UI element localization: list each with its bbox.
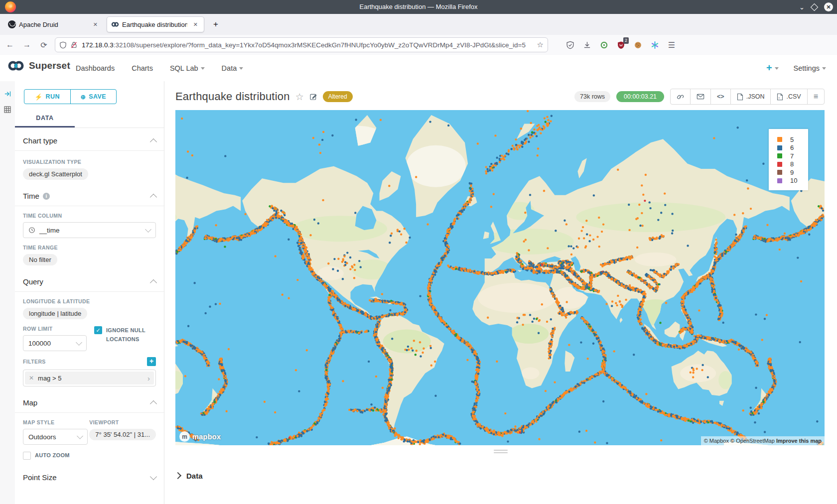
downloads-icon[interactable] [582,40,592,50]
url-field[interactable]: 172.18.0.3:32108/superset/explore/?form_… [55,37,548,52]
nav-data[interactable]: Data [222,64,244,72]
chart-title: Earthquake distribution [175,90,290,103]
adblock-shield-icon[interactable]: 2 [616,40,626,50]
bookmark-star-icon[interactable]: ☆ [537,40,544,49]
edit-properties-icon[interactable] [309,93,317,101]
chevron-up-icon [150,279,157,286]
browser-menu-icon[interactable]: ☰ [667,40,677,50]
deckgl-scatterplot-map[interactable]: 5 6 7 8 9 10 m mapbox © Mapbox © OpenStr… [175,110,825,445]
section-point-size[interactable]: Point Size [15,460,164,487]
export-json-button[interactable]: .JSON [730,89,771,104]
reload-button[interactable]: ⟳ [37,38,51,52]
window-close-icon[interactable]: ✕ [824,2,833,11]
extension-asterisk-icon[interactable] [650,40,660,50]
favorite-star-icon[interactable]: ☆ [295,91,304,103]
embed-code-icon[interactable]: <> [710,89,730,104]
time-column-label: TIME COLUMN [23,213,156,219]
lonlat-value[interactable]: longitude | latitude [23,308,87,319]
legend-swatch [777,153,782,158]
new-tab-button[interactable]: + [209,18,222,31]
tab-close-icon[interactable]: ✕ [91,20,100,29]
improve-map-link[interactable]: Improve this map [776,438,822,444]
viewport-label: VIEWPORT [89,419,156,425]
data-panel-header[interactable]: Data [175,466,203,486]
mapbox-attribution-link[interactable]: © Mapbox [704,438,729,444]
section-map[interactable]: Map [15,386,164,412]
dataset-grid-icon[interactable] [0,103,15,116]
section-chart-type[interactable]: Chart type [15,128,164,150]
remove-filter-icon[interactable]: ✕ [29,375,34,381]
superset-brand[interactable]: Superset [7,60,70,72]
expand-dataset-panel-icon[interactable] [0,87,15,100]
settings-menu[interactable]: Settings [794,64,826,72]
open-filter-icon[interactable]: › [147,374,150,382]
map-attribution: © Mapbox © OpenStreetMap Improve this ma… [701,436,825,445]
browser-tab-earthquake-distribution[interactable]: Earthquake distribution ✕ [107,16,204,32]
section-query[interactable]: Query [15,265,164,291]
save-button[interactable]: ⊕SAVE [70,90,117,104]
tab-close-icon[interactable]: ✕ [191,20,200,29]
time-column-select[interactable]: __time [23,222,156,238]
lightning-icon: ⚡ [35,93,43,101]
email-icon[interactable] [690,89,710,104]
add-filter-button[interactable]: + [147,357,156,366]
share-link-icon[interactable] [671,89,690,104]
nav-sql-lab[interactable]: SQL Lab [170,64,205,72]
filters-label: FILTERS [23,359,46,365]
row-limit-select[interactable]: 100000 [23,335,87,351]
time-range-value[interactable]: No filter [23,254,57,265]
superset-navbar: Superset Dashboards Charts SQL Lab Data … [0,55,837,82]
section-time[interactable]: Timei [15,180,164,206]
tracking-protection-shield-icon[interactable] [59,41,67,49]
chart-area: Earthquake distribution ☆ Altered 73k ro… [164,81,837,504]
window-maximize-icon[interactable] [811,3,819,11]
filter-value[interactable]: mag > 5 [38,375,143,382]
export-csv-button[interactable]: x .CSV [770,89,807,104]
svg-text:x: x [779,96,780,99]
lonlat-label: LONGITUDE & LATITUDE [23,298,156,304]
new-item-button[interactable]: + [766,62,779,74]
map-style-select[interactable]: Outdoors [23,429,88,445]
chevron-down-icon [239,67,243,70]
auto-zoom-checkbox[interactable] [23,452,31,460]
chevron-down-icon [150,473,157,480]
chart-menu-icon[interactable]: ≡ [807,89,824,104]
extension-green-circle-icon[interactable] [599,40,609,50]
forward-button[interactable]: → [20,38,34,52]
chevron-right-icon [174,472,181,479]
panel-resize-handle[interactable] [494,450,508,454]
viewport-value[interactable]: 7° 35' 54.02" | 31... [89,429,156,440]
osm-attribution-link[interactable]: © OpenStreetMap [730,438,775,444]
cookie-icon[interactable] [633,40,643,50]
filter-field[interactable]: ✕ mag > 5 › [23,370,156,386]
clock-icon [28,227,35,234]
nav-charts[interactable]: Charts [132,64,153,72]
map-style-label: MAP STYLE [23,419,89,425]
chevron-down-icon [822,67,826,70]
divider [15,150,164,151]
altered-badge[interactable]: Altered [323,91,353,102]
chevron-up-icon [150,138,157,145]
mapbox-logo[interactable]: m mapbox [179,431,221,442]
chart-actions: <> .JSON x .CSV ≡ [670,89,825,105]
explore-control-panel: ⚡RUN ⊕SAVE DATA Chart type VISUALIZATION… [15,81,164,504]
insecure-lock-icon[interactable] [70,41,78,49]
viz-type-value[interactable]: deck.gl Scatterplot [23,168,88,180]
ignore-null-checkbox[interactable]: ✓ [94,326,102,334]
window-minimize-icon[interactable]: ⌄ [799,4,805,10]
nav-dashboards[interactable]: Dashboards [76,64,115,72]
panel-tabs: DATA [15,111,164,128]
legend-swatch [777,137,782,142]
legend-swatch [777,162,782,167]
tab-data[interactable]: DATA [15,111,75,127]
shield-check-icon[interactable] [565,40,575,50]
window-titlebar: Earthquake distribution — Mozilla Firefo… [0,0,837,14]
map-legend: 5 6 7 8 9 10 [769,129,808,190]
url-text: 172.18.0.3:32108/superset/explore/?form_… [82,41,526,49]
run-button[interactable]: ⚡RUN [24,90,70,104]
chevron-down-icon [775,67,779,70]
row-count-badge: 73k rows [574,91,610,102]
browser-tab-apache-druid[interactable]: Apache Druid ✕ [4,16,104,32]
back-button[interactable]: ← [3,38,17,52]
superset-favicon [111,20,119,28]
